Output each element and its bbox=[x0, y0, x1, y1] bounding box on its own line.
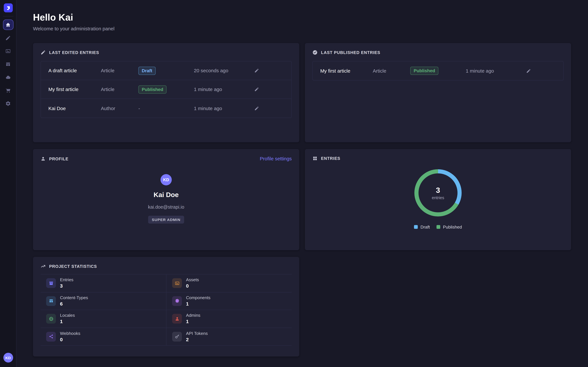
check-circle-icon bbox=[312, 50, 318, 55]
entries-table: A draft article Article Draft 20 seconds… bbox=[41, 61, 292, 118]
sidebar-item-home[interactable] bbox=[3, 19, 13, 30]
entries-icon bbox=[46, 278, 56, 288]
stat-label: Webhooks bbox=[60, 331, 80, 336]
table-row: My first article Article Published 1 min… bbox=[313, 61, 563, 80]
stat-value: 0 bbox=[60, 337, 80, 342]
status-badge: Published bbox=[138, 85, 167, 93]
stat-label: Entries bbox=[60, 278, 73, 283]
entry-type: Article bbox=[373, 68, 410, 74]
edit-entry-button[interactable] bbox=[252, 103, 261, 113]
entry-status: Published bbox=[410, 67, 466, 75]
stat-label: Assets bbox=[186, 278, 199, 283]
entry-status: - bbox=[138, 105, 194, 112]
chart-legend: Draft Published bbox=[414, 225, 462, 229]
sidebar-item-settings[interactable] bbox=[3, 98, 13, 109]
admin-dashboard: KD Hello Kai Welcome to your administrat… bbox=[0, 0, 588, 367]
stat-locales: Locales1 bbox=[41, 310, 166, 328]
pencil-icon bbox=[41, 50, 46, 55]
gear-icon bbox=[5, 100, 11, 106]
grid-icon bbox=[312, 156, 318, 161]
stat-value: 1 bbox=[186, 319, 200, 325]
components-icon bbox=[172, 296, 182, 306]
sidebar-item-media-library[interactable] bbox=[3, 46, 13, 56]
stat-content-types: Content-Types6 bbox=[41, 292, 166, 310]
entries-card: ENTRIES 3 entries Draft bbox=[305, 149, 571, 250]
stat-label: Locales bbox=[60, 313, 75, 318]
card-header: PROFILE Profile settings bbox=[41, 156, 292, 161]
entry-name: My first article bbox=[320, 68, 373, 74]
admins-icon bbox=[172, 314, 182, 324]
entry-type: Article bbox=[101, 68, 138, 73]
stat-value: 0 bbox=[186, 284, 199, 289]
user-avatar[interactable]: KD bbox=[3, 353, 13, 363]
sidebar-item-content-type-builder[interactable] bbox=[3, 59, 13, 69]
pencil-icon bbox=[254, 106, 259, 111]
stat-label: API Tokens bbox=[186, 331, 208, 336]
entry-time: 1 minute ago bbox=[194, 86, 252, 92]
role-badge: SUPER ADMIN bbox=[148, 216, 184, 224]
entries-table: My first article Article Published 1 min… bbox=[312, 61, 564, 80]
card-header: LAST EDITED ENTRIES bbox=[41, 50, 292, 55]
stat-label: Components bbox=[186, 295, 210, 300]
stat-value: 1 bbox=[60, 319, 75, 325]
entry-name: Kai Doe bbox=[48, 105, 101, 111]
entry-status: Published bbox=[138, 85, 194, 93]
layout-icon bbox=[5, 61, 11, 67]
media-icon bbox=[5, 48, 11, 54]
edit-entry-button[interactable] bbox=[523, 66, 533, 76]
entry-name: My first article bbox=[48, 86, 101, 92]
sidebar-item-content-manager[interactable] bbox=[3, 33, 13, 43]
sidebar-item-deploy[interactable] bbox=[3, 72, 13, 82]
strapi-logo[interactable] bbox=[4, 3, 13, 12]
legend-label: Published bbox=[443, 225, 462, 229]
entry-type: Author bbox=[101, 105, 138, 111]
stat-value: 6 bbox=[60, 301, 88, 307]
card-title: LAST PUBLISHED ENTRIES bbox=[321, 50, 380, 55]
locales-icon bbox=[46, 314, 56, 324]
card-header: LAST PUBLISHED ENTRIES bbox=[312, 50, 564, 55]
stats-table: Entries3 Assets0 Content-Types6 Componen… bbox=[41, 274, 292, 346]
entry-type: Article bbox=[101, 86, 138, 92]
stat-admins: Admins1 bbox=[166, 310, 292, 328]
cloud-icon bbox=[5, 74, 11, 80]
table-row: My first article Article Published 1 min… bbox=[41, 80, 291, 99]
assets-icon bbox=[172, 278, 182, 288]
profile-settings-link[interactable]: Profile settings bbox=[260, 156, 292, 161]
card-header-left: PROFILE bbox=[41, 156, 69, 161]
entry-time: 1 minute ago bbox=[466, 68, 524, 74]
card-title: LAST EDITED ENTRIES bbox=[49, 50, 99, 55]
stat-webhooks: Webhooks0 bbox=[41, 328, 166, 346]
profile-card: PROFILE Profile settings KD Kai Doe kai.… bbox=[33, 149, 299, 250]
pencil-icon bbox=[254, 87, 259, 92]
avatar: KD bbox=[161, 174, 172, 185]
pencil-icon bbox=[526, 68, 531, 73]
status-badge: Published bbox=[410, 67, 439, 75]
dashboard-grid: LAST EDITED ENTRIES A draft article Arti… bbox=[33, 43, 571, 357]
donut-label: entries bbox=[432, 195, 444, 200]
pencil-icon bbox=[254, 68, 259, 73]
stat-api-tokens: API Tokens2 bbox=[166, 328, 292, 346]
last-edited-entries-card: LAST EDITED ENTRIES A draft article Arti… bbox=[33, 43, 299, 142]
edit-entry-button[interactable] bbox=[252, 84, 261, 94]
profile-email: kai.doe@strapi.io bbox=[148, 205, 184, 210]
trend-up-icon bbox=[41, 264, 46, 269]
table-row: Kai Doe Author - 1 minute ago bbox=[41, 99, 291, 118]
edit-entry-button[interactable] bbox=[252, 66, 261, 75]
legend-label: Draft bbox=[420, 225, 430, 229]
main-content: Hello Kai Welcome to your administration… bbox=[17, 0, 588, 367]
card-header: ENTRIES bbox=[312, 156, 564, 161]
status-badge: Draft bbox=[138, 67, 156, 75]
cart-icon bbox=[5, 87, 11, 93]
sidebar-item-marketplace[interactable] bbox=[3, 85, 13, 95]
api-tokens-icon bbox=[172, 332, 182, 342]
webhooks-icon bbox=[46, 332, 56, 342]
card-title: ENTRIES bbox=[321, 156, 340, 161]
home-icon bbox=[5, 22, 11, 27]
profile-name: Kai Doe bbox=[154, 191, 179, 199]
stat-value: 2 bbox=[186, 337, 208, 342]
card-header: PROJECT STATISTICS bbox=[41, 264, 292, 269]
profile-body: KD Kai Doe kai.doe@strapi.io SUPER ADMIN bbox=[41, 174, 292, 224]
donut-center: 3 entries bbox=[418, 173, 458, 212]
card-title: PROFILE bbox=[49, 156, 69, 161]
entries-donut-chart: 3 entries bbox=[414, 169, 462, 217]
